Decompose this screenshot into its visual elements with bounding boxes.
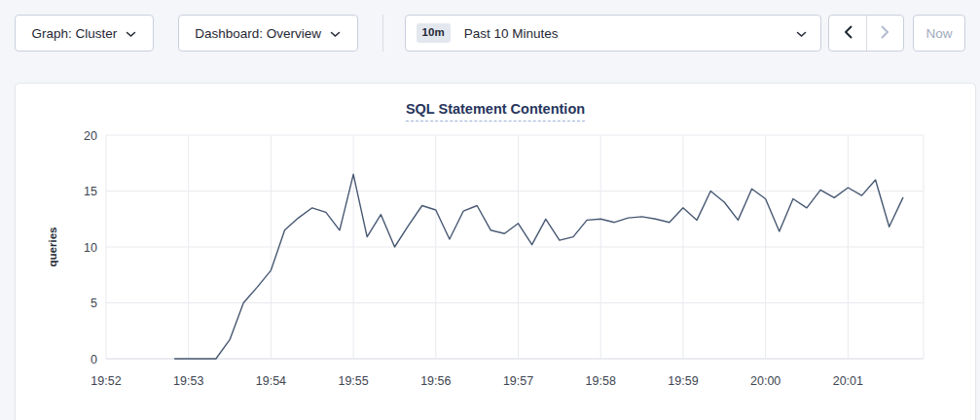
chart-card: SQL Statement Contention 0510152019:5219… — [15, 83, 976, 420]
svg-text:19:52: 19:52 — [91, 374, 121, 388]
chevron-down-icon — [796, 24, 807, 42]
time-range-picker[interactable]: 10m Past 10 Minutes — [405, 15, 822, 52]
svg-text:19:55: 19:55 — [338, 374, 368, 388]
svg-text:19:53: 19:53 — [173, 374, 203, 388]
svg-text:0: 0 — [91, 353, 97, 367]
svg-text:19:56: 19:56 — [420, 374, 451, 388]
svg-text:15: 15 — [84, 185, 97, 198]
chevron-left-icon — [844, 25, 853, 42]
chevron-down-icon — [330, 26, 341, 41]
svg-text:19:59: 19:59 — [668, 374, 698, 388]
chart-title[interactable]: SQL Statement Contention — [406, 101, 585, 122]
svg-text:10: 10 — [84, 241, 97, 255]
graph-dropdown[interactable]: Graph: Cluster — [15, 15, 154, 52]
svg-text:19:54: 19:54 — [256, 374, 286, 388]
svg-text:20: 20 — [84, 129, 97, 143]
toolbar-divider — [382, 15, 383, 52]
chevron-down-icon — [126, 26, 136, 41]
time-step-button-group — [828, 15, 904, 52]
dashboard-dropdown[interactable]: Dashboard: Overview — [178, 15, 358, 52]
svg-text:19:58: 19:58 — [586, 374, 616, 388]
dashboard-dropdown-label: Dashboard: Overview — [195, 26, 321, 41]
sql-statement-contention-chart[interactable]: 0510152019:5219:5319:5419:5519:5619:5719… — [16, 127, 977, 419]
svg-text:20:00: 20:00 — [750, 374, 780, 388]
chevron-right-icon — [881, 25, 889, 42]
svg-text:19:57: 19:57 — [503, 374, 533, 388]
time-step-back-button[interactable] — [829, 16, 866, 51]
svg-text:20:01: 20:01 — [833, 374, 863, 388]
toolbar: Graph: Cluster Dashboard: Overview 10m P… — [0, 0, 980, 52]
svg-text:5: 5 — [91, 297, 97, 310]
graph-dropdown-label: Graph: Cluster — [32, 26, 118, 41]
time-range-badge: 10m — [417, 23, 451, 43]
time-range-label: Past 10 Minutes — [464, 26, 797, 41]
svg-text:queries: queries — [47, 228, 58, 267]
time-step-forward-button[interactable] — [866, 16, 903, 51]
now-button[interactable]: Now — [913, 15, 965, 52]
chart-title-wrap: SQL Statement Contention — [16, 84, 975, 122]
